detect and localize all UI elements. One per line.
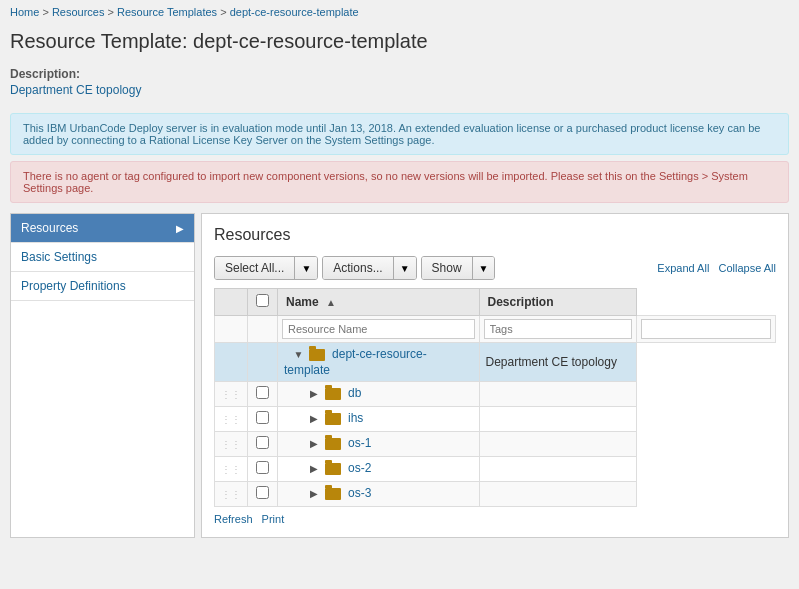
- drag-dots[interactable]: ⋮⋮: [221, 489, 241, 500]
- tree-toggle-icon[interactable]: ▶: [307, 463, 321, 477]
- sort-arrow-icon: ▲: [326, 297, 336, 308]
- row-desc-col: [479, 457, 637, 482]
- row-checkbox-col: [248, 482, 278, 507]
- actions-button[interactable]: Actions...: [323, 257, 392, 279]
- folder-icon: [325, 388, 341, 400]
- resource-name-link[interactable]: os-2: [348, 461, 371, 475]
- resource-name-link[interactable]: os-3: [348, 486, 371, 500]
- select-all-btn-group: Select All... ▼: [214, 256, 318, 280]
- sidebar-resources-label: Resources: [21, 221, 78, 235]
- breadcrumb-resources[interactable]: Resources: [52, 6, 105, 18]
- table-row: ⋮⋮ ▶ os-2: [215, 457, 776, 482]
- tree-toggle-icon[interactable]: ▶: [307, 438, 321, 452]
- resource-name-link[interactable]: os-1: [348, 436, 371, 450]
- row-checkbox[interactable]: [256, 461, 269, 474]
- breadcrumb-current[interactable]: dept-ce-resource-template: [230, 6, 359, 18]
- row-name-col: ▼ dept-ce-resource-template: [278, 343, 480, 382]
- folder-icon: [309, 349, 325, 361]
- tags-filter[interactable]: [484, 319, 633, 339]
- content-title: Resources: [214, 226, 776, 244]
- drag-handle: [215, 343, 248, 382]
- filter-drag-col: [215, 316, 248, 343]
- filter-name-col: [278, 316, 480, 343]
- sidebar-basic-settings-label: Basic Settings: [21, 250, 97, 264]
- breadcrumb: Home > Resources > Resource Templates > …: [0, 0, 799, 24]
- sidebar-item-resources[interactable]: Resources ▶: [11, 214, 194, 243]
- filter-tags-col: [479, 316, 637, 343]
- tree-toggle-icon[interactable]: ▶: [307, 388, 321, 402]
- footer-links: Refresh Print: [214, 513, 776, 525]
- folder-icon: [325, 413, 341, 425]
- tree-toggle-icon[interactable]: ▶: [307, 488, 321, 502]
- drag-handle: ⋮⋮: [215, 432, 248, 457]
- description-label: Description:: [10, 67, 789, 81]
- table-header-row: Name ▲ Description: [215, 289, 776, 316]
- row-name-col: ▶ db: [278, 382, 480, 407]
- row-desc-col: [479, 432, 637, 457]
- th-description: Description: [479, 289, 637, 316]
- desc-filter[interactable]: [641, 319, 771, 339]
- sidebar-item-property-definitions[interactable]: Property Definitions: [11, 272, 194, 301]
- row-checkbox[interactable]: [256, 486, 269, 499]
- sidebar-item-basic-settings[interactable]: Basic Settings: [11, 243, 194, 272]
- breadcrumb-resource-templates[interactable]: Resource Templates: [117, 6, 217, 18]
- actions-dropdown-arrow[interactable]: ▼: [393, 257, 416, 279]
- show-dropdown-arrow[interactable]: ▼: [472, 257, 495, 279]
- resource-name-filter[interactable]: [282, 319, 475, 339]
- th-name-label: Name: [286, 295, 319, 309]
- collapse-all-link[interactable]: Collapse All: [719, 262, 776, 274]
- show-button[interactable]: Show: [422, 257, 472, 279]
- tree-toggle-icon[interactable]: ▼: [291, 349, 305, 363]
- print-link[interactable]: Print: [262, 513, 285, 525]
- expand-collapse-links: Expand All Collapse All: [657, 262, 776, 274]
- drag-dots[interactable]: ⋮⋮: [221, 464, 241, 475]
- toolbar: Select All... ▼ Actions... ▼ Show ▼ Expa…: [214, 256, 776, 280]
- resource-name-link[interactable]: dept-ce-resource-template: [284, 347, 427, 377]
- sidebar: Resources ▶ Basic Settings Property Defi…: [10, 213, 195, 538]
- filter-desc-col: [637, 316, 776, 343]
- row-desc-col: Department CE topology: [479, 343, 637, 382]
- select-all-button[interactable]: Select All...: [215, 257, 294, 279]
- row-name-col: ▶ os-1: [278, 432, 480, 457]
- folder-icon: [325, 438, 341, 450]
- refresh-link[interactable]: Refresh: [214, 513, 253, 525]
- drag-handle: ⋮⋮: [215, 407, 248, 432]
- table-row: ⋮⋮ ▶ db: [215, 382, 776, 407]
- th-name[interactable]: Name ▲: [278, 289, 480, 316]
- actions-btn-group: Actions... ▼: [322, 256, 416, 280]
- sidebar-arrow-icon: ▶: [176, 223, 184, 234]
- row-desc-col: [479, 382, 637, 407]
- row-checkbox[interactable]: [256, 386, 269, 399]
- row-checkbox-col: [248, 457, 278, 482]
- breadcrumb-home[interactable]: Home: [10, 6, 39, 18]
- page-title: Resource Template: dept-ce-resource-temp…: [0, 24, 799, 63]
- folder-icon: [325, 488, 341, 500]
- drag-handle: ⋮⋮: [215, 457, 248, 482]
- content-panel: Resources Select All... ▼ Actions... ▼ S…: [201, 213, 789, 538]
- table-row: ⋮⋮ ▶ os-3: [215, 482, 776, 507]
- alert-warning: There is no agent or tag configured to i…: [10, 161, 789, 203]
- drag-handle: ⋮⋮: [215, 482, 248, 507]
- row-name-col: ▶ ihs: [278, 407, 480, 432]
- resource-name-link[interactable]: db: [348, 386, 361, 400]
- drag-dots[interactable]: ⋮⋮: [221, 414, 241, 425]
- alert-info: This IBM UrbanCode Deploy server is in e…: [10, 113, 789, 155]
- expand-all-link[interactable]: Expand All: [657, 262, 709, 274]
- resources-table: Name ▲ Description: [214, 288, 776, 507]
- select-all-dropdown-arrow[interactable]: ▼: [294, 257, 317, 279]
- drag-dots[interactable]: ⋮⋮: [221, 439, 241, 450]
- row-checkbox-col: [248, 343, 278, 382]
- row-name-col: ▶ os-3: [278, 482, 480, 507]
- row-name-col: ▶ os-2: [278, 457, 480, 482]
- row-checkbox[interactable]: [256, 436, 269, 449]
- table-row: ⋮⋮ ▶ os-1: [215, 432, 776, 457]
- row-checkbox[interactable]: [256, 411, 269, 424]
- th-checkbox: [248, 289, 278, 316]
- drag-dots[interactable]: ⋮⋮: [221, 389, 241, 400]
- select-all-checkbox[interactable]: [256, 294, 269, 307]
- th-drag: [215, 289, 248, 316]
- tree-toggle-icon[interactable]: ▶: [307, 413, 321, 427]
- sidebar-property-definitions-label: Property Definitions: [21, 279, 126, 293]
- table-filter-row: [215, 316, 776, 343]
- resource-name-link[interactable]: ihs: [348, 411, 363, 425]
